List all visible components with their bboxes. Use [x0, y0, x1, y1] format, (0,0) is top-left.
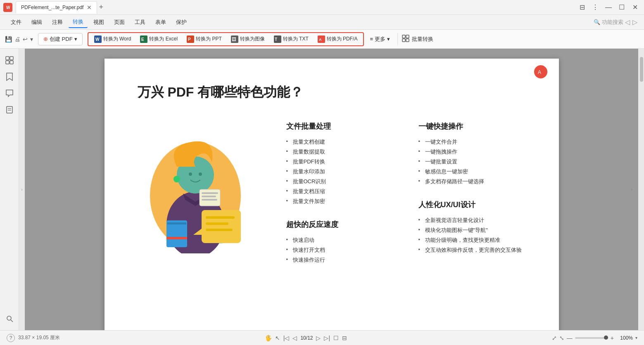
more-dropdown-icon: ▾ — [387, 36, 390, 42]
ppt-icon: P — [187, 35, 194, 43]
menu-convert[interactable]: 转换 — [69, 17, 88, 28]
list-item: 快速打开文档 — [286, 245, 394, 255]
page-scroll-icon[interactable]: ⊟ — [342, 335, 347, 341]
nav-forward-button[interactable]: ▷ — [632, 18, 637, 26]
svg-rect-44 — [200, 189, 220, 206]
window-restore-button[interactable]: — — [603, 3, 614, 12]
nav-back-button[interactable]: ◁ — [625, 18, 630, 26]
svg-point-32 — [199, 172, 202, 176]
toolbar: 💾 🖨 ↩ ▾ ⊕ 创建 PDF ▾ W 转换为 Word E 转换为 Exce… — [0, 30, 644, 49]
section-speed-list: 快速启动 快速打开文档 快速操作运行 — [286, 235, 394, 265]
fit-width-icon[interactable]: ⤡ — [559, 335, 564, 341]
more-button[interactable]: ≡ 更多 ▾ — [366, 34, 394, 45]
svg-text:W: W — [6, 5, 10, 10]
convert-to-image-button[interactable]: 🖼 转换为图像 — [227, 34, 269, 45]
right-scrollbar-area — [638, 49, 644, 330]
zoom-controls: ⤢ ⤡ — + 100% ▾ — [552, 335, 637, 341]
menu-edit[interactable]: 编辑 — [27, 17, 46, 28]
function-search[interactable]: 🔍 功能搜索 — [594, 19, 623, 26]
status-help-icon[interactable]: ? — [7, 334, 15, 342]
hand-tool-icon[interactable]: 🖐 — [265, 335, 272, 341]
svg-line-26 — [11, 320, 13, 322]
zoom-slider-thumb[interactable] — [604, 336, 608, 340]
pdf-column-right: 一键快捷操作 一键文件合并 一键拖拽操作 一键批量设置 敏感信息一键加密 多文档… — [418, 121, 526, 278]
zoom-out-button[interactable]: — — [567, 335, 573, 341]
zoom-in-button[interactable]: + — [611, 335, 614, 341]
page-view-icon[interactable]: ☐ — [333, 335, 339, 341]
create-pdf-button[interactable]: ⊕ 创建 PDF ▾ — [38, 33, 83, 45]
page-first-button[interactable]: |◁ — [283, 335, 290, 341]
page-prev-button[interactable]: ◁ — [292, 335, 297, 341]
convert-pdfa-label: 转换为 PDF/A — [327, 35, 358, 43]
toolbar-print-icon[interactable]: 🖨 — [14, 36, 20, 43]
right-panel-collapse-button[interactable]: › — [631, 187, 632, 192]
tab-active[interactable]: PDFelement_...te_Paper.pdf ✕ — [16, 1, 97, 14]
window-maximize-button[interactable]: ☐ — [616, 3, 627, 12]
nav-buttons: ◁ ▷ — [625, 18, 637, 26]
pdf-viewer[interactable]: A 万兴 PDF 有哪些特色功能？ — [25, 49, 638, 330]
convert-txt-label: 转换为 TXT — [283, 35, 309, 43]
svg-rect-21 — [10, 61, 13, 64]
batch-label: 批量转换 — [412, 35, 433, 43]
convert-to-excel-button[interactable]: E 转换为 Excel — [136, 34, 182, 45]
convert-ppt-label: 转换为 PPT — [196, 35, 222, 43]
svg-text:P: P — [188, 37, 191, 42]
window-minimize-button[interactable]: ⊟ — [576, 3, 588, 12]
toolbar-dropdown-icon[interactable]: ▾ — [30, 36, 33, 43]
convert-word-label: 转换为 Word — [103, 35, 131, 43]
sidebar-bookmarks-icon[interactable] — [3, 70, 16, 83]
tab-label: PDFelement_...te_Paper.pdf — [21, 5, 83, 10]
svg-rect-18 — [6, 57, 9, 60]
svg-rect-14 — [402, 35, 405, 38]
sidebar-comments-icon[interactable] — [3, 87, 16, 100]
zoom-level[interactable]: 100% — [616, 335, 633, 341]
more-lines-icon: ≡ — [370, 36, 373, 42]
page-next-button[interactable]: ▷ — [316, 335, 321, 341]
fit-page-icon[interactable]: ⤢ — [552, 335, 557, 341]
convert-to-word-button[interactable]: W 转换为 Word — [90, 34, 135, 45]
status-dimensions: 33.87 × 19.05 厘米 — [18, 334, 60, 341]
convert-to-pdfa-button[interactable]: A 转换为 PDF/A — [314, 34, 362, 45]
page-last-button[interactable]: ▷| — [324, 335, 330, 341]
convert-to-txt-button[interactable]: T 转换为 TXT — [270, 34, 313, 45]
sidebar-search-icon[interactable] — [3, 312, 16, 325]
sidebar-thumbnails-icon[interactable] — [3, 54, 16, 67]
scrollbar-thumb[interactable] — [640, 57, 643, 82]
tab-close-button[interactable]: ✕ — [87, 4, 92, 11]
pdf-columns: 文件批量处理 批量文档创建 批量数据提取 批量PDF转换 批量水印添加 批量OC… — [286, 121, 526, 278]
list-item: 全新视觉语言轻量化设计 — [418, 215, 526, 225]
toolbar-undo-icon[interactable]: ↩ — [23, 36, 28, 43]
zoom-slider[interactable] — [575, 337, 608, 339]
statusbar-controls: 🖐 ↖ |◁ ◁ 10/12 ▷ ▷| ☐ ⊟ — [265, 335, 347, 341]
toolbar-save-icon[interactable]: 💾 — [5, 36, 12, 43]
batch-convert-button[interactable]: 批量转换 — [397, 33, 437, 45]
menu-view[interactable]: 视图 — [89, 17, 108, 28]
menu-file[interactable]: 文件 — [7, 17, 26, 28]
sidebar-pages-icon[interactable] — [3, 103, 16, 116]
svg-text:A: A — [538, 69, 541, 75]
pdf-illustration — [138, 130, 253, 278]
convert-image-label: 转换为图像 — [240, 35, 265, 43]
section-onekey: 一键快捷操作 一键文件合并 一键拖拽操作 一键批量设置 敏感信息一键加密 多文档… — [418, 121, 526, 187]
convert-to-ppt-button[interactable]: P 转换为 PPT — [183, 34, 226, 45]
section-ux: 人性化UX/UI设计 全新视觉语言轻量化设计 模块化功能图标一键"导航" 功能分… — [418, 200, 526, 255]
menu-form[interactable]: 表单 — [151, 17, 170, 28]
new-tab-button[interactable]: + — [99, 3, 103, 12]
left-collapse-button[interactable]: › — [19, 49, 25, 330]
convert-toolbar-group: W 转换为 Word E 转换为 Excel P 转换为 PPT 🖼 转换为图像… — [88, 32, 364, 46]
zoom-dropdown-icon[interactable]: ▾ — [635, 336, 637, 340]
menu-protect[interactable]: 保护 — [172, 17, 191, 28]
window-settings-icon[interactable]: ⋮ — [589, 3, 601, 12]
menu-tools[interactable]: 工具 — [131, 17, 150, 28]
svg-rect-45 — [202, 192, 218, 194]
pdfa-icon: A — [318, 35, 325, 43]
svg-rect-20 — [6, 61, 9, 64]
section-batch-list: 批量文档创建 批量数据提取 批量PDF转换 批量水印添加 批量OCR识别 批量文… — [286, 137, 394, 206]
menu-page[interactable]: 页面 — [110, 17, 129, 28]
svg-rect-19 — [10, 57, 13, 60]
cursor-tool-icon[interactable]: ↖ — [275, 335, 280, 341]
pdf-float-button[interactable]: A — [534, 65, 547, 78]
menu-annotation[interactable]: 注释 — [48, 17, 67, 28]
svg-rect-15 — [406, 35, 409, 38]
window-close-button[interactable]: ✕ — [629, 3, 641, 12]
